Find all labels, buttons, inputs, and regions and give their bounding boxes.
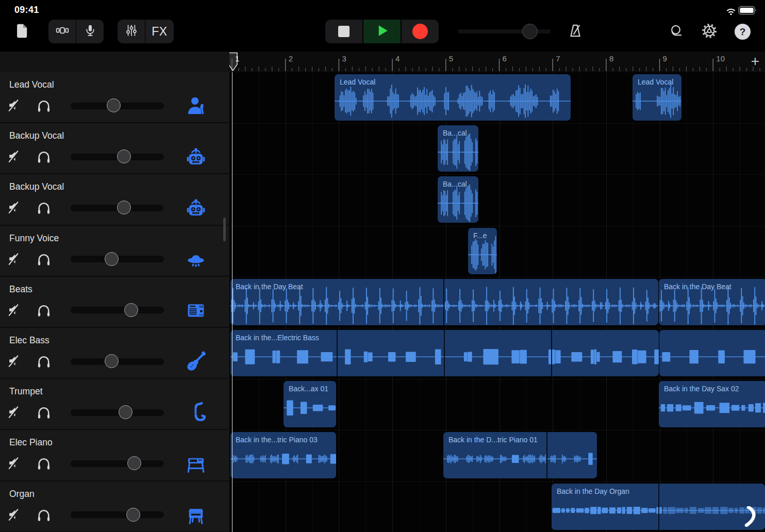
track-volume-slider[interactable] [71, 205, 164, 211]
status-bar: 09:41 [0, 0, 765, 21]
ruler-bar-number: 2 [289, 54, 293, 63]
track-header-backup-vocal-1[interactable]: Backup Vocal [0, 123, 229, 173]
headphones-monitor-icon[interactable] [36, 302, 53, 319]
bass-guitar-icon[interactable] [184, 350, 208, 373]
track-lane-divider [229, 174, 765, 175]
robot-icon[interactable] [184, 196, 208, 220]
playhead-line[interactable] [232, 72, 233, 532]
headphones-monitor-icon[interactable] [36, 353, 53, 370]
document-button[interactable] [13, 22, 32, 42]
track-name: Backup Vocal [9, 181, 64, 192]
mute-icon[interactable] [7, 148, 23, 165]
track-header-elec-bass-5[interactable]: Elec Bass [0, 328, 229, 378]
help-button[interactable]: ? [735, 24, 751, 40]
region-loop-handle[interactable] [744, 506, 762, 529]
mute-icon[interactable] [7, 251, 23, 268]
fx-button[interactable]: FX [145, 20, 174, 43]
track-volume-knob[interactable] [105, 252, 119, 266]
mute-icon[interactable] [7, 455, 23, 472]
region-label: Lead Vocal [638, 78, 673, 86]
region-back-ax-01[interactable]: Back...ax 01 [284, 381, 336, 427]
metronome-button[interactable] [566, 22, 585, 42]
saxophone-icon[interactable] [184, 401, 208, 424]
stop-button[interactable] [325, 20, 362, 43]
play-button[interactable] [363, 20, 401, 43]
electric-piano-icon[interactable] [184, 452, 208, 475]
headphones-monitor-icon[interactable] [36, 251, 53, 268]
track-header-organ-8[interactable]: Organ [0, 481, 229, 531]
region-f-e[interactable]: F...e [468, 228, 497, 274]
mute-icon[interactable] [7, 200, 23, 216]
region-label: Back in the Day Beat [664, 282, 731, 291]
track-volume-slider[interactable] [71, 154, 164, 160]
mute-icon[interactable] [7, 507, 23, 523]
track-lane-divider [229, 226, 765, 226]
track-volume-slider[interactable] [71, 511, 164, 518]
record-button[interactable] [402, 20, 439, 43]
track-header-elec-piano-7[interactable]: Elec Piano [0, 430, 229, 480]
region-ba-cal[interactable]: Ba...cal [438, 125, 478, 172]
region-back-in-the-day-beat[interactable]: Back in the Day Beat [230, 279, 658, 325]
track-volume-slider[interactable] [71, 358, 164, 365]
region-back-in-the-tric-piano-03[interactable]: Back in the...tric Piano 03 [230, 432, 336, 478]
settings-button[interactable] [700, 22, 719, 42]
loop-browser-button[interactable] [667, 22, 685, 42]
track-volume-slider[interactable] [71, 460, 164, 467]
ufo-icon[interactable] [184, 247, 208, 271]
track-view-button[interactable] [48, 20, 76, 43]
region-back-in-the-day-organ[interactable]: Back in the Day Organ [552, 484, 765, 530]
track-volume-slider[interactable] [71, 307, 164, 313]
ruler-bar-number: 7 [556, 54, 560, 63]
headphones-monitor-icon[interactable] [36, 200, 53, 216]
track-header-trumpet-6[interactable]: Trumpet [0, 379, 229, 429]
region-back-in-the-day-sax-02[interactable]: Back in the Day Sax 02 [659, 381, 765, 427]
region-ba-cal[interactable]: Ba...cal [438, 176, 478, 223]
microphone-button[interactable] [76, 20, 104, 43]
mute-icon[interactable] [7, 404, 23, 421]
drum-machine-icon[interactable] [184, 298, 208, 322]
robot-icon[interactable] [184, 145, 208, 169]
vocalist-icon[interactable] [184, 94, 208, 118]
track-volume-knob[interactable] [117, 201, 131, 214]
timeline-arrange-area[interactable]: Lead VocalLead VocalBa...calBa...calF...… [229, 72, 765, 532]
track-header-backup-vocal-2[interactable]: Backup Vocal [0, 174, 229, 224]
track-volume-knob[interactable] [126, 508, 140, 522]
region-back-in-the-day-beat[interactable]: Back in the Day Beat [659, 279, 765, 325]
track-volume-knob[interactable] [124, 303, 138, 317]
region-lead-vocal[interactable]: Lead Vocal [633, 74, 681, 121]
track-volume-slider[interactable] [71, 103, 164, 109]
headphones-monitor-icon[interactable] [36, 455, 53, 472]
loop-browser-icon [668, 23, 684, 41]
master-volume-knob[interactable] [522, 24, 538, 39]
track-header-lead-vocal-0[interactable]: Lead Vocal [0, 72, 229, 122]
headphones-monitor-icon[interactable] [36, 97, 53, 114]
mute-icon[interactable] [7, 353, 23, 370]
track-volume-knob[interactable] [107, 98, 121, 112]
track-volume-slider[interactable] [71, 256, 164, 262]
region-lead-vocal[interactable]: Lead Vocal [335, 74, 571, 121]
region-unlabeled[interactable] [659, 330, 765, 376]
region-back-in-the-d-tric-piano-01[interactable]: Back in the D...tric Piano 01 [443, 432, 597, 478]
track-volume-knob[interactable] [119, 405, 132, 419]
track-volume-slider[interactable] [71, 409, 164, 416]
headphones-monitor-icon[interactable] [36, 404, 53, 421]
mute-icon[interactable] [7, 97, 23, 114]
headphones-monitor-icon[interactable] [36, 507, 53, 523]
region-label: F...e [473, 231, 487, 240]
master-volume-slider[interactable] [458, 29, 551, 34]
region-waveform [659, 330, 765, 376]
region-back-in-the-electric-bass[interactable]: Back in the...Electric Bass [230, 330, 659, 376]
organ-icon[interactable] [184, 503, 208, 527]
sidebar-resize-handle[interactable] [223, 218, 226, 241]
track-volume-knob[interactable] [127, 456, 141, 470]
track-volume-knob[interactable] [105, 354, 119, 368]
track-volume-knob[interactable] [117, 149, 131, 163]
track-header-funny-voice-3[interactable]: Funny Voice [0, 226, 229, 276]
track-header-beats-4[interactable]: Beats [0, 277, 229, 327]
headphones-monitor-icon[interactable] [36, 148, 53, 165]
region-label: Back in the Day Organ [557, 487, 629, 495]
record-icon [412, 24, 428, 39]
track-controls-button[interactable] [118, 20, 145, 43]
battery-icon [738, 5, 758, 16]
mute-icon[interactable] [7, 302, 23, 319]
